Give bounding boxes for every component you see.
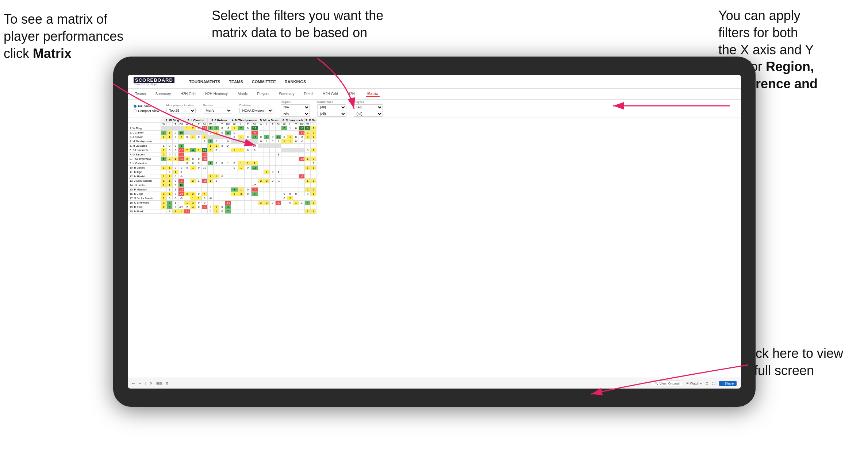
conference-select-y[interactable]: (All) bbox=[317, 111, 346, 117]
table-row: 11. M Ege 010 104 bbox=[128, 170, 316, 174]
sub-nav-matrix2[interactable]: Matrix bbox=[366, 91, 379, 97]
watch-button[interactable]: 👁 Watch ▾ bbox=[686, 382, 702, 385]
table-row: 4. M Thorbjornsen 3 1010 0101 110-6 1 bbox=[128, 139, 316, 144]
filter-region: Region N/A N/A bbox=[281, 100, 310, 117]
sub-nav-h2h-heatmap[interactable]: H2H Heatmap bbox=[204, 91, 230, 97]
bottom-bar: ↩ ↪ | ⟳ ⊞⊟ ⚙ 🔍 View: Original 👁 Watch ▾ … bbox=[128, 378, 741, 389]
table-row: 20. M Ford 331 -11 0107 11 bbox=[128, 209, 316, 214]
sub-nav-h2h-grid[interactable]: H2H Grid bbox=[179, 91, 197, 97]
table-row: 7. G Sargent 200-16 -15 3 bbox=[128, 153, 316, 157]
table-row: 10. B Valdes 1101 01010 01011 11 bbox=[128, 166, 316, 170]
sub-col-header-player bbox=[128, 123, 161, 126]
table-row: 3. J Koivun 1102 0102 01013 04011 010-6 … bbox=[128, 135, 316, 139]
table-row: 6. C Lamprecht 100-16 24124 30 1106 01 bbox=[128, 148, 316, 153]
col-header-1: 1. W Ding bbox=[161, 118, 184, 123]
sub-nav-matrix[interactable]: Matrix bbox=[236, 91, 249, 97]
players-select-x[interactable]: (All) bbox=[354, 104, 383, 110]
refresh-icon[interactable]: ⟳ bbox=[150, 382, 153, 385]
col-header-4: 4. M Thorbjornsen bbox=[231, 118, 258, 123]
full-view-dot bbox=[134, 105, 137, 108]
matrix-table: 1. W Ding 2. L Clanton 3. J Koivun 4. M … bbox=[128, 118, 316, 214]
max-players-select[interactable]: Top 25 bbox=[166, 108, 196, 113]
logo-sub: Powered by clippd bbox=[134, 83, 174, 86]
tablet-screen: SCOREBOARD Powered by clippd TOURNAMENTS… bbox=[128, 75, 741, 389]
compact-view-radio[interactable]: Compact View bbox=[134, 109, 159, 113]
view-original-button[interactable]: 🔍 View: Original bbox=[652, 381, 682, 386]
compact-view-dot bbox=[134, 109, 137, 112]
table-row: 5. M La Sasso 1006 11014 14 bbox=[128, 144, 316, 148]
sub-nav-players[interactable]: Players bbox=[256, 91, 271, 97]
undo-icon[interactable]: ↩ bbox=[132, 382, 135, 385]
table-row: 16. K Vilips 210-25 2204 3308 050 01 bbox=[128, 192, 316, 196]
sub-nav-h2h-grid2[interactable]: H2H Grid bbox=[321, 91, 339, 97]
logo-main: SCOREBOARD bbox=[134, 77, 174, 83]
col-header-2: 2. L Clanton bbox=[184, 118, 208, 123]
annotation-bottom-right: Click here to view in full screen bbox=[740, 345, 857, 379]
region-select-x[interactable]: N/A bbox=[281, 104, 310, 110]
annotation-top-center: Select the filters you want the matrix d… bbox=[212, 7, 402, 42]
zoom-controls[interactable]: ⊞⊟ bbox=[156, 382, 162, 385]
sub-nav-detail[interactable]: Detail bbox=[303, 91, 315, 97]
col-header-5: 5. M La Sasso bbox=[258, 118, 281, 123]
filter-players: Players (All) (All) bbox=[354, 100, 383, 117]
col-header-player bbox=[128, 118, 161, 123]
conference-select-x[interactable]: (All) bbox=[317, 104, 346, 110]
redo-icon[interactable]: ↪ bbox=[139, 382, 142, 385]
matrix-area[interactable]: 1. W Ding 2. L Clanton 3. J Koivun 4. M … bbox=[128, 118, 741, 378]
fullscreen-icon[interactable]: ⛶ bbox=[712, 382, 715, 385]
filter-conference: Conference (All) (All) bbox=[317, 100, 346, 117]
app-header: SCOREBOARD Powered by clippd TOURNAMENTS… bbox=[128, 75, 741, 89]
table-row: 12. M Riedel 110-6 110 -6 bbox=[128, 174, 316, 179]
full-view-radio[interactable]: Full View bbox=[134, 104, 159, 108]
sub-nav: Teams Summary H2H Grid H2H Heatmap Matri… bbox=[128, 89, 741, 100]
table-row: 14. J Lundin 11010 -7 bbox=[128, 183, 316, 188]
sub-nav-h2h2[interactable]: H2H... bbox=[346, 91, 359, 97]
col-header-6: 6. C Lamprecht bbox=[281, 118, 305, 123]
nav-committee[interactable]: COMMITTEE bbox=[252, 79, 276, 85]
nav-rankings[interactable]: RANKINGS bbox=[285, 79, 306, 85]
nav-teams[interactable]: TEAMS bbox=[229, 79, 243, 85]
table-row: 9. N Gabrelcik 009 1001 0111 1 bbox=[128, 161, 316, 166]
sub-nav-teams[interactable]: Teams bbox=[134, 91, 147, 97]
filter-gender: Gender Men's bbox=[203, 104, 232, 113]
sub-nav-summary[interactable]: Summary bbox=[154, 91, 172, 97]
players-select-y[interactable]: (All) bbox=[354, 111, 383, 117]
separator: | bbox=[145, 382, 146, 385]
view-options: Full View Compact View bbox=[134, 104, 159, 113]
scoreboard-logo: SCOREBOARD Powered by clippd bbox=[134, 77, 174, 86]
table-row: 2. L Clanton 21016 01013 0-6 -24 22 bbox=[128, 131, 316, 135]
annotation-top-left: To see a matrix of player performances c… bbox=[4, 11, 128, 62]
col-header-7: 7. G Sa bbox=[305, 118, 316, 123]
nav-items: TOURNAMENTS TEAMS COMMITTEE RANKINGS bbox=[189, 79, 306, 85]
settings-icon[interactable]: ⚙ bbox=[166, 382, 169, 385]
region-select-y[interactable]: N/A bbox=[281, 111, 310, 117]
sub-nav-summary2[interactable]: Summary bbox=[277, 91, 296, 97]
filter-division: Division NCAA Division I bbox=[239, 104, 273, 113]
filters-bar: Full View Compact View Max players in vi… bbox=[128, 100, 741, 118]
table-row: 19. D Ford 200-20 240-1 01013 bbox=[128, 205, 316, 209]
share-button[interactable]: ↑ Share bbox=[719, 381, 737, 386]
table-row: 18. C Sherwood 201 1300 -11 220-10 011 4… bbox=[128, 201, 316, 205]
table-row: 17. S De La Fuente 200-9 110-8 02 bbox=[128, 196, 316, 201]
table-row: 1. W Ding 12011 110-2 12017 01013 92 bbox=[128, 126, 316, 131]
filter-max-players: Max players in view Top 25 bbox=[166, 104, 196, 113]
col-header-3: 3. J Koivun bbox=[208, 118, 231, 123]
division-select[interactable]: NCAA Division I bbox=[239, 108, 273, 113]
table-row: 8. P Summerhays 521-48 200-16 -13 12 bbox=[128, 157, 316, 161]
nav-tournaments[interactable]: TOURNAMENTS bbox=[189, 79, 220, 85]
table-row: 13. J Skov Olesen 110-3 21-19 10 220-1 1… bbox=[128, 179, 316, 183]
layout-icon[interactable]: ⊡ bbox=[706, 382, 708, 385]
gender-select[interactable]: Men's bbox=[203, 108, 232, 113]
table-row: 15. P Maichon 11-19 410-7 22 bbox=[128, 188, 316, 192]
tablet-frame: SCOREBOARD Powered by clippd TOURNAMENTS… bbox=[113, 57, 756, 407]
